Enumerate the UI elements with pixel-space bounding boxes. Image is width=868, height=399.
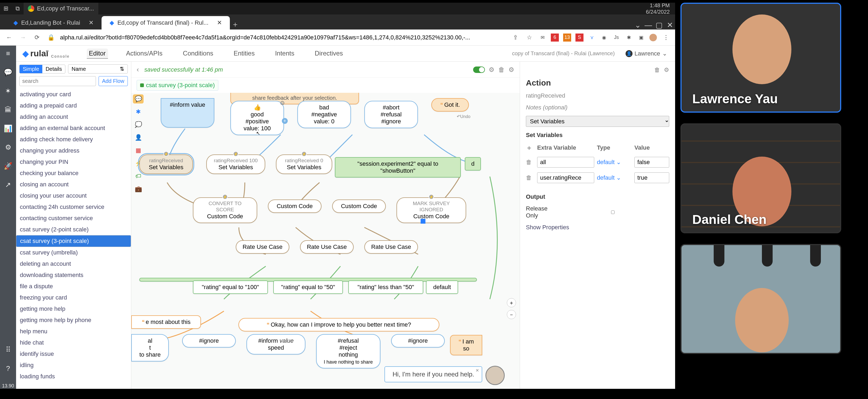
flow-list-item[interactable]: getting more help by phone — [16, 315, 131, 326]
add-branch-icon[interactable]: + — [282, 118, 288, 124]
canvas-gear-icon[interactable]: ⚙ — [489, 66, 495, 74]
close-tab-icon[interactable]: ✕ — [89, 19, 93, 26]
chart-icon[interactable]: 📊 — [4, 124, 12, 135]
bookmark-icon[interactable]: ☆ — [525, 34, 534, 41]
node-intent-good[interactable]: ⚙ 👍 good #positive value: 100 ↖ + — [230, 101, 284, 135]
palette-grid-icon[interactable]: ▦ — [133, 146, 144, 155]
hamburger-icon[interactable]: ≡ — [6, 49, 10, 60]
ext-orange-icon[interactable]: 13 — [563, 33, 571, 41]
panel-gear-icon[interactable]: ⚙ — [664, 66, 669, 74]
gear-icon[interactable]: ✶ — [5, 87, 11, 97]
nav-entities[interactable]: Entities — [231, 49, 257, 59]
close-window-icon[interactable]: ✕ — [664, 21, 675, 29]
node-set-variables-100[interactable]: ⚡ ratingReceived 100 Set Variables — [206, 154, 265, 174]
flow-list-item[interactable]: deleting an account — [16, 258, 131, 269]
ext-gray1-icon[interactable]: ◉ — [600, 33, 608, 41]
close-icon[interactable]: ✕ — [475, 368, 479, 373]
settings-icon[interactable]: ⚙ — [5, 143, 11, 154]
flow-list-item[interactable]: activating your card — [16, 89, 131, 100]
node-intent-abort[interactable]: #abort #refusal #ignore — [364, 101, 418, 128]
delete-row-icon[interactable]: 🗑 — [526, 159, 534, 166]
chrome-tab-active[interactable]: ◆ Ed,copy of Transcard (final) - Rul... … — [101, 16, 230, 29]
node-inform-value[interactable]: #inform value — [161, 98, 214, 127]
rocket-icon[interactable]: 🚀 — [4, 162, 12, 173]
release-only-checkbox[interactable]: Release Only — [526, 205, 669, 219]
palette-user-icon[interactable]: 👤 — [133, 133, 144, 142]
sidepanel-icon[interactable]: ▣ — [637, 33, 645, 41]
nav-intents[interactable]: Intents — [273, 49, 297, 59]
var-name-input[interactable] — [537, 157, 594, 168]
show-properties-link[interactable]: Show Properties — [526, 224, 669, 231]
node-cond-rating-50[interactable]: "rating" equal to "50" — [273, 281, 343, 294]
var-value-input[interactable] — [634, 172, 669, 183]
chrome-tab-inactive[interactable]: ◆ Ed,Landing Bot - Rulai ✕ — [5, 16, 101, 29]
reload-icon[interactable]: ⟳ — [32, 34, 42, 41]
node-cond-default-trunc[interactable]: d — [465, 157, 481, 171]
nav-forward-icon[interactable]: → — [18, 34, 28, 41]
node-set-variables-selected[interactable]: ⚡ ratingReceived Set Variables — [139, 154, 193, 174]
flow-list-item[interactable]: checking your balance — [16, 168, 131, 179]
flow-list-item[interactable]: contacting 24h customer service — [16, 201, 131, 212]
flow-breadcrumb[interactable]: csat survey (3-point scale) — [136, 80, 218, 91]
flow-list-item[interactable]: adding a prepaid card — [16, 100, 131, 111]
palette-star-icon[interactable]: ✱ — [133, 107, 144, 116]
flow-list-item[interactable]: freezing your card — [16, 292, 131, 303]
flow-list-item[interactable]: file a dispute — [16, 281, 131, 292]
flow-list-item[interactable]: contacting customer service — [16, 212, 131, 224]
chat-icon[interactable]: 💬 — [4, 68, 12, 79]
nav-actions[interactable]: Actions/APIs — [124, 49, 165, 59]
release-checkbox-input[interactable] — [556, 210, 669, 214]
flow-list-item[interactable]: closing your user account — [16, 190, 131, 201]
address-bar[interactable] — [60, 34, 506, 41]
flow-list-item[interactable]: changing your address — [16, 145, 131, 156]
user-menu[interactable]: 👤 Lawrence ⌄ — [625, 50, 667, 57]
flow-list[interactable]: activating your cardadding a prepaid car… — [16, 89, 131, 389]
flow-list-item[interactable]: csat survey (2-point scale) — [16, 224, 131, 235]
profile-avatar-icon[interactable] — [649, 34, 657, 41]
flow-list-item[interactable]: idling — [16, 360, 131, 371]
node-intent-inform-speed[interactable]: #inform value speed — [246, 334, 305, 354]
node-intent-bad[interactable]: bad #negative value: 0 — [298, 101, 351, 128]
flow-list-item[interactable]: identify issue — [16, 348, 131, 360]
flow-list-item[interactable]: downloading statements — [16, 269, 131, 281]
canvas-delete-icon[interactable]: 🗑 — [498, 66, 505, 74]
flow-list-item[interactable]: getting more help — [16, 303, 131, 315]
canvas-back-icon[interactable]: ‹ — [136, 65, 139, 74]
node-rate-2[interactable]: Rate Use Case — [300, 240, 353, 254]
mode-toggle[interactable]: Simple Details — [19, 65, 65, 74]
video-tile-1[interactable]: Lawrence Yau — [680, 3, 841, 113]
node-msg-iamso[interactable]: ❝I am so — [450, 335, 482, 355]
maximize-icon[interactable]: ▢ — [654, 21, 664, 29]
flow-list-item[interactable]: adding an account — [16, 111, 131, 122]
share-icon[interactable]: ⇪ — [510, 34, 520, 41]
flow-list-item[interactable]: closing an account — [16, 179, 131, 190]
var-name-input[interactable] — [537, 172, 594, 183]
node-cond-rating-100[interactable]: "rating" equal to "100" — [193, 281, 268, 294]
ext-red-icon[interactable]: 6 — [551, 33, 559, 41]
nav-conditions[interactable]: Conditions — [181, 49, 215, 59]
tab-search-icon[interactable]: ⌄ — [632, 21, 643, 29]
flow-list-item[interactable]: loading funds — [16, 371, 131, 382]
app-logo[interactable]: ◆ rulaī Console — [16, 49, 76, 58]
node-cond-rating-lt50[interactable]: "rating" less than "50" — [348, 281, 423, 294]
node-intent-ignore-2[interactable]: #ignore — [391, 334, 445, 347]
node-intent-refusal[interactable]: #refusal #reject nothing I have nothing … — [316, 334, 380, 368]
zoom-in-icon[interactable]: ＋ — [507, 298, 516, 307]
palette-message-icon[interactable]: 💬 — [133, 94, 144, 104]
enabled-toggle[interactable] — [473, 66, 485, 73]
building-icon[interactable]: 🏛 — [5, 106, 11, 116]
collapse-marker-icon[interactable] — [421, 219, 426, 224]
ext-gray2-icon[interactable]: Js — [613, 33, 620, 41]
windows-start-icon[interactable]: ⊞ — [0, 5, 12, 12]
flow-list-item[interactable]: adding an external bank account — [16, 122, 131, 134]
chrome-menu-icon[interactable]: ⋮ — [661, 34, 671, 41]
node-convert-to-score[interactable]: ⚡ CONVERT TO SCORE Custom Code — [193, 197, 257, 223]
sort-select[interactable]: Name ⇅ — [68, 64, 128, 74]
panel-delete-icon[interactable]: 🗑 — [654, 66, 660, 74]
gear-mini-icon[interactable]: ⚙ — [280, 100, 285, 107]
undo-icon[interactable]: ↶Undo — [457, 114, 470, 119]
node-rate-3[interactable]: Rate Use Case — [364, 240, 418, 254]
ext-s-icon[interactable]: S — [576, 33, 584, 41]
flow-list-item[interactable]: csat survey (umbrella) — [16, 247, 131, 258]
help-icon[interactable]: ? — [6, 364, 10, 375]
